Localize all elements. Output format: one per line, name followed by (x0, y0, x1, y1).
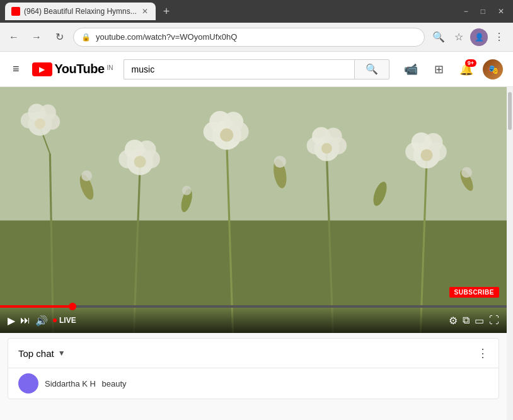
settings-icon: ⚙ (449, 315, 458, 327)
volume-icon: 🔊 (35, 315, 48, 327)
search-icon: 🔍 (432, 31, 445, 43)
new-tab-button[interactable]: + (158, 3, 175, 21)
bookmark-button[interactable]: ☆ (450, 28, 468, 46)
back-button[interactable]: ← (5, 28, 23, 46)
refresh-button[interactable]: ↻ (50, 28, 68, 46)
svg-rect-47 (0, 87, 507, 333)
close-button[interactable]: ✕ (494, 6, 508, 17)
tab-bar: (964) Beautiful Relaxing Hymns... ✕ + (5, 3, 458, 21)
menu-icon: ⋮ (494, 31, 504, 43)
search-button[interactable]: 🔍 (430, 28, 447, 46)
live-label: LIVE (59, 316, 76, 325)
search-container: 🔍 (124, 59, 389, 79)
search-submit-button[interactable]: 🔍 (354, 59, 389, 79)
refresh-icon: ↻ (55, 31, 64, 43)
tab-favicon (11, 7, 20, 16)
content-area: SUBSCRIBE ▶ ⏭ 🔊 (0, 87, 507, 420)
chat-section: Top chat ▼ ⋮ Siddartha K H beauty (8, 338, 499, 399)
search-submit-icon: 🔍 (366, 63, 378, 75)
chat-message: Siddartha K H beauty (45, 379, 127, 388)
browser-addressbar: ← → ↻ 🔒 youtube.com/watch?v=WOyomUfx0hQ … (0, 23, 513, 52)
chat-user-avatar (18, 373, 38, 394)
chat-more-button[interactable]: ⋮ (477, 346, 488, 360)
tab-close-button[interactable]: ✕ (141, 6, 149, 17)
active-tab[interactable]: (964) Beautiful Relaxing Hymns... ✕ (5, 3, 156, 20)
youtube-logo[interactable]: YouTube IN (32, 62, 113, 76)
settings-button[interactable]: ⚙ (449, 315, 458, 327)
youtube-header: ≡ YouTube IN 🔍 📹 ⊞ 🔔 9+ 🎭 (0, 52, 513, 87)
fullscreen-icon: ⛶ (489, 315, 499, 326)
minimize-button[interactable]: − (460, 6, 472, 17)
youtube-country-code: IN (107, 64, 113, 71)
video-frame (0, 87, 507, 333)
right-controls: ⚙ ⧉ ▭ ⛶ (449, 315, 499, 327)
skip-button[interactable]: ⏭ (20, 315, 30, 326)
play-button[interactable]: ▶ (8, 315, 15, 327)
subscribe-overlay-button[interactable]: SUBSCRIBE (449, 287, 499, 298)
main-content: SUBSCRIBE ▶ ⏭ 🔊 (0, 87, 513, 420)
notifications-button[interactable]: 🔔 9+ (455, 58, 478, 81)
video-controls: ▶ ⏭ 🔊 LIVE ⚙ (0, 308, 507, 333)
user-avatar[interactable]: 🎭 (483, 59, 503, 79)
avatar-image: 👤 (475, 33, 484, 42)
forward-button[interactable]: → (28, 28, 45, 46)
notification-badge: 9+ (465, 59, 476, 67)
video-thumbnail[interactable]: SUBSCRIBE ▶ ⏭ 🔊 (0, 87, 507, 333)
upload-icon: 📹 (404, 62, 418, 76)
forward-icon: → (32, 32, 42, 43)
fullscreen-button[interactable]: ⛶ (489, 315, 499, 326)
chat-header: Top chat ▼ ⋮ (8, 339, 499, 368)
youtube-logo-text: YouTube (55, 62, 105, 76)
chat-message-content: beauty (102, 379, 127, 388)
chat-title-area: Top chat ▼ (18, 348, 66, 359)
volume-button[interactable]: 🔊 (35, 315, 48, 327)
restore-button[interactable]: □ (477, 6, 489, 17)
header-actions: 📹 ⊞ 🔔 9+ 🎭 (400, 58, 503, 81)
tab-title: (964) Beautiful Relaxing Hymns... (24, 7, 137, 16)
browser-titlebar: (964) Beautiful Relaxing Hymns... ✕ + − … (0, 0, 513, 23)
hamburger-menu-button[interactable]: ≡ (10, 60, 22, 78)
upload-button[interactable]: 📹 (400, 58, 422, 81)
browser-profile-avatar[interactable]: 👤 (470, 28, 488, 46)
browser-menu-button[interactable]: ⋮ (490, 28, 508, 46)
chat-message-area: Siddartha K H beauty (8, 368, 499, 399)
chat-title: Top chat (18, 348, 54, 359)
chat-dropdown-icon[interactable]: ▼ (58, 349, 66, 358)
scrollbar-thumb[interactable] (508, 92, 512, 130)
url-display: youtube.com/watch?v=WOyomUfx0hQ (96, 32, 417, 42)
youtube-logo-icon (32, 62, 52, 76)
apps-button[interactable]: ⊞ (427, 58, 450, 81)
address-bar[interactable]: 🔒 youtube.com/watch?v=WOyomUfx0hQ (73, 28, 425, 47)
live-badge: LIVE (53, 316, 76, 325)
scrollbar[interactable] (507, 87, 513, 420)
lock-icon: 🔒 (81, 33, 91, 42)
address-actions: 🔍 ☆ 👤 ⋮ (430, 28, 508, 46)
back-icon: ← (9, 32, 19, 43)
miniplayer-button[interactable]: ⧉ (463, 315, 470, 326)
play-icon: ▶ (8, 315, 15, 327)
live-dot (53, 318, 57, 322)
apps-grid-icon: ⊞ (434, 62, 444, 76)
theater-button[interactable]: ▭ (475, 315, 484, 327)
search-input[interactable] (124, 59, 354, 79)
theater-icon: ▭ (475, 315, 484, 327)
miniplayer-icon: ⧉ (463, 315, 470, 326)
window-controls: − □ ✕ (460, 6, 508, 17)
star-icon: ☆ (454, 31, 463, 43)
skip-icon: ⏭ (20, 315, 30, 326)
avatar-icon: 🎭 (488, 64, 499, 74)
video-player-container: SUBSCRIBE ▶ ⏭ 🔊 (0, 87, 507, 333)
chat-username: Siddartha K H (45, 379, 96, 388)
